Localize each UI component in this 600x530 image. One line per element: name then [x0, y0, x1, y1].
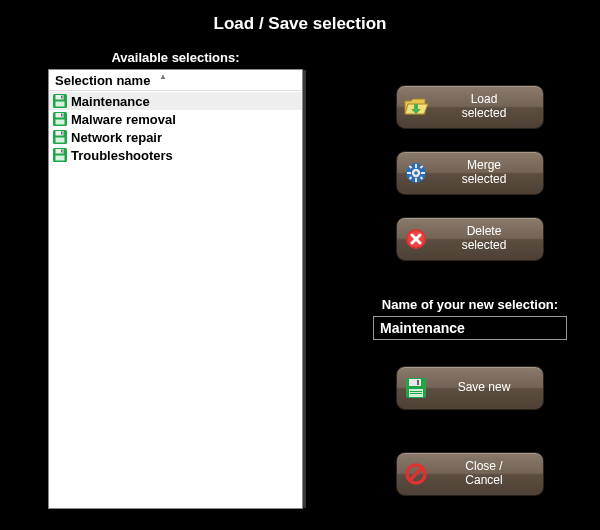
svg-rect-11 [56, 138, 65, 143]
svg-rect-18 [415, 164, 417, 168]
delete-selected-button[interactable]: Deleteselected [396, 217, 544, 261]
merge-selected-button[interactable]: Mergeselected [396, 151, 544, 195]
actions-panel: Loadselected [370, 85, 570, 496]
list-item[interactable]: Maintenance [49, 92, 302, 110]
list-item[interactable]: Troubleshooters [49, 146, 302, 164]
available-selections-label: Available selections: [48, 50, 303, 65]
svg-rect-10 [61, 132, 63, 135]
list-body: MaintenanceMalware removalNetwork repair… [49, 91, 302, 164]
merge-selected-label: Mergeselected [435, 159, 543, 187]
svg-rect-34 [410, 393, 422, 394]
svg-rect-31 [417, 380, 419, 385]
svg-rect-14 [61, 150, 63, 153]
close-cancel-label: Close /Cancel [435, 460, 543, 488]
save-new-label: Save new [435, 381, 543, 395]
list-item-label: Network repair [71, 130, 162, 145]
prohibit-icon [397, 463, 435, 485]
floppy-icon [53, 148, 67, 162]
svg-rect-19 [415, 178, 417, 182]
floppy-icon [53, 130, 67, 144]
folder-load-icon [397, 96, 435, 118]
load-selected-label: Loadselected [435, 93, 543, 121]
list-item-label: Troubleshooters [71, 148, 173, 163]
svg-rect-21 [421, 172, 425, 174]
floppy-save-icon [397, 377, 435, 399]
list-header[interactable]: Selection name ▲ [49, 70, 302, 91]
gear-merge-icon [397, 162, 435, 184]
available-selections-panel: Available selections: Selection name ▲ M… [48, 50, 303, 509]
svg-point-26 [414, 171, 418, 175]
new-selection-label: Name of your new selection: [370, 297, 570, 312]
list-item-label: Malware removal [71, 112, 176, 127]
svg-rect-7 [56, 120, 65, 125]
delete-x-icon [397, 228, 435, 250]
delete-selected-label: Deleteselected [435, 225, 543, 253]
list-item[interactable]: Malware removal [49, 110, 302, 128]
list-resize-handle[interactable] [303, 70, 306, 508]
floppy-icon [53, 112, 67, 126]
list-item[interactable]: Network repair [49, 128, 302, 146]
svg-rect-30 [409, 379, 421, 386]
svg-rect-15 [56, 156, 65, 161]
svg-rect-20 [407, 172, 411, 174]
svg-rect-6 [61, 114, 63, 117]
sort-asc-icon: ▲ [159, 72, 167, 81]
svg-line-36 [410, 468, 422, 480]
dialog-title: Load / Save selection [0, 0, 600, 34]
svg-rect-33 [410, 391, 422, 392]
svg-rect-3 [56, 102, 65, 107]
save-new-button[interactable]: Save new [396, 366, 544, 410]
selections-listbox[interactable]: Selection name ▲ MaintenanceMalware remo… [48, 69, 303, 509]
svg-rect-2 [61, 96, 63, 99]
load-selected-button[interactable]: Loadselected [396, 85, 544, 129]
list-item-label: Maintenance [71, 94, 150, 109]
list-header-text: Selection name [55, 73, 150, 88]
load-save-dialog: Load / Save selection Available selectio… [0, 0, 600, 530]
floppy-icon [53, 94, 67, 108]
close-cancel-button[interactable]: Close /Cancel [396, 452, 544, 496]
new-selection-input[interactable] [373, 316, 567, 340]
